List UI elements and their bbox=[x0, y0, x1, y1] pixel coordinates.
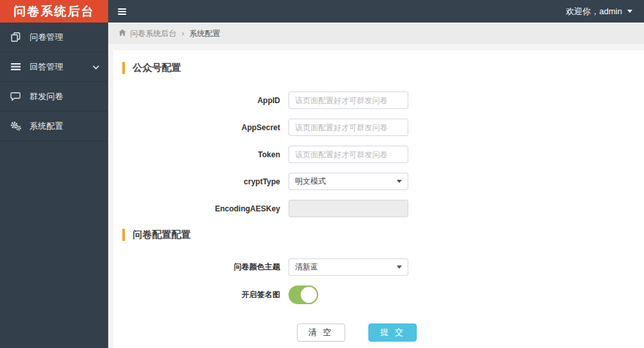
color-theme-selected-value: 清新蓝 bbox=[295, 262, 318, 273]
accent-bar bbox=[122, 62, 125, 74]
sidebar-item-survey-management[interactable]: 问卷管理 bbox=[0, 23, 108, 52]
user-menu[interactable]: 欢迎你，admin bbox=[554, 0, 644, 23]
sidebar-item-system-config[interactable]: 系统配置 bbox=[0, 111, 108, 141]
form-row-appsecret: AppSecret bbox=[113, 119, 644, 136]
token-input[interactable] bbox=[289, 146, 408, 163]
color-theme-label: 问卷颜色主题 bbox=[113, 262, 289, 273]
top-navbar: 欢迎你，admin bbox=[108, 0, 644, 23]
sidebar-item-answer-management[interactable]: 回答管理 bbox=[0, 52, 108, 82]
sidebar-toggle-button[interactable] bbox=[108, 0, 135, 23]
toggle-knob bbox=[299, 285, 318, 304]
sidebar-item-label: 群发问卷 bbox=[30, 91, 63, 102]
token-label: Token bbox=[113, 150, 289, 159]
signature-toggle[interactable] bbox=[289, 285, 318, 304]
section-title-text: 问卷配置配置 bbox=[133, 229, 191, 241]
form-row-color-theme: 问卷颜色主题 清新蓝 bbox=[113, 258, 644, 276]
breadcrumb-root[interactable]: 问卷系统后台 bbox=[130, 28, 176, 39]
clear-button[interactable]: 清 空 bbox=[297, 324, 345, 342]
caret-down-icon bbox=[397, 266, 402, 269]
settings-panel: 公众号配置 AppID AppSecret Token cryptType 明文… bbox=[113, 50, 644, 348]
crypttype-label: cryptType bbox=[113, 177, 289, 186]
list-icon bbox=[9, 63, 22, 71]
crypttype-selected-value: 明文模式 bbox=[295, 176, 326, 187]
appsecret-input[interactable] bbox=[289, 119, 408, 136]
encodingaeskey-label: EncodingAESKey bbox=[113, 204, 289, 213]
sidebar-item-label: 问卷管理 bbox=[30, 32, 63, 43]
home-icon bbox=[118, 29, 126, 38]
signature-label: 开启签名图 bbox=[113, 289, 289, 300]
brand-logo[interactable]: 问卷系统后台 bbox=[0, 0, 108, 23]
user-greeting: 欢迎你，admin bbox=[566, 6, 622, 17]
page: { "brand": { "title": "问卷系统后台" }, "navba… bbox=[0, 0, 644, 348]
hamburger-icon bbox=[118, 8, 126, 10]
main-content: 问卷系统后台 › 系统配置 公众号配置 AppID AppSecret Toke… bbox=[108, 23, 644, 348]
sidebar-item-label: 回答管理 bbox=[30, 61, 63, 73]
content-spacer bbox=[108, 44, 644, 50]
form-row-encodingaeskey: EncodingAESKey bbox=[113, 200, 644, 217]
form-row-appid: AppID bbox=[113, 92, 644, 109]
crypttype-select[interactable]: 明文模式 bbox=[289, 173, 408, 190]
appid-label: AppID bbox=[113, 96, 289, 105]
form-row-signature: 开启签名图 bbox=[113, 285, 644, 304]
submit-button[interactable]: 提 交 bbox=[368, 324, 417, 342]
chat-icon bbox=[9, 92, 22, 101]
section-title-text: 公众号配置 bbox=[133, 62, 181, 74]
sidebar-item-mass-send[interactable]: 群发问卷 bbox=[0, 82, 108, 111]
accent-bar bbox=[122, 229, 125, 241]
gears-icon bbox=[9, 121, 22, 131]
caret-down-icon bbox=[397, 180, 402, 183]
form-row-token: Token bbox=[113, 146, 644, 163]
caret-down-icon bbox=[627, 10, 632, 13]
copy-icon bbox=[9, 32, 22, 42]
encodingaeskey-input bbox=[289, 200, 408, 217]
breadcrumb-current: 系统配置 bbox=[189, 28, 220, 39]
section-header-wechat: 公众号配置 bbox=[122, 61, 644, 75]
appsecret-label: AppSecret bbox=[113, 123, 289, 132]
sidebar-item-label: 系统配置 bbox=[30, 121, 63, 132]
appid-input[interactable] bbox=[289, 92, 408, 109]
breadcrumb: 问卷系统后台 › 系统配置 bbox=[108, 23, 644, 44]
form-row-crypttype: cryptType 明文模式 bbox=[113, 173, 644, 190]
breadcrumb-separator: › bbox=[182, 29, 184, 38]
form-actions: 清 空 提 交 bbox=[297, 324, 417, 342]
section-header-survey: 问卷配置配置 bbox=[122, 227, 644, 242]
chevron-down-icon bbox=[93, 62, 99, 72]
brand-title: 问卷系统后台 bbox=[14, 3, 95, 20]
color-theme-select[interactable]: 清新蓝 bbox=[289, 258, 408, 276]
sidebar-nav: 问卷管理 回答管理 群发问卷 bbox=[0, 23, 108, 348]
